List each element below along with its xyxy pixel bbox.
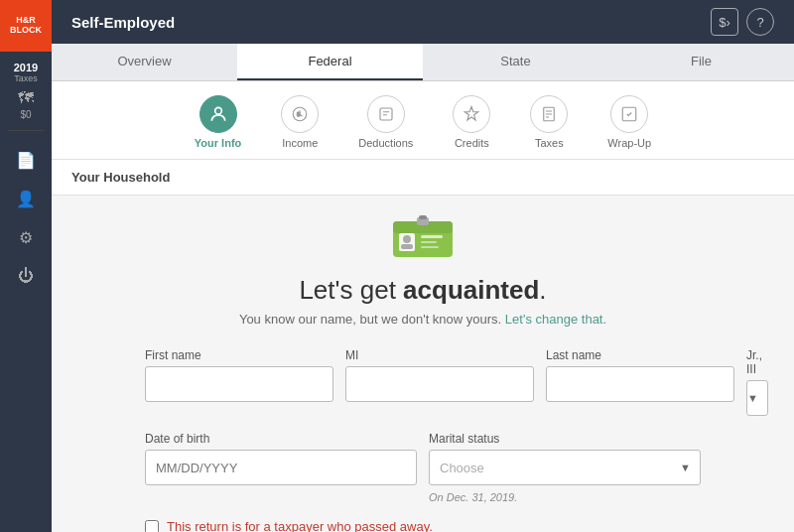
firstname-input[interactable] xyxy=(145,366,333,402)
marital-select[interactable]: Choose Single Married Filing Jointly Mar… xyxy=(429,450,701,485)
mi-input[interactable] xyxy=(345,366,534,402)
step-income[interactable]: $ Income xyxy=(281,95,319,149)
firstname-label: First name xyxy=(145,348,333,362)
person-icon[interactable]: 👤 xyxy=(16,190,36,208)
svg-rect-3 xyxy=(380,108,392,120)
document-icon[interactable]: 📄 xyxy=(16,151,36,170)
credits-label: Credits xyxy=(455,137,489,149)
deductions-icon xyxy=(367,95,405,133)
tab-federal[interactable]: Federal xyxy=(237,44,423,80)
wrap-up-label: Wrap-Up xyxy=(607,137,651,149)
taxes-icon xyxy=(530,95,568,133)
topbar-icons: $› ? xyxy=(711,8,774,36)
dollar-icon-button[interactable]: $› xyxy=(711,8,738,36)
subtext-main: You know our name, but we don't know you… xyxy=(239,312,501,327)
lastname-label: Last name xyxy=(546,348,734,362)
name-row: First name MI Last name Jr., III Choose xyxy=(145,348,701,416)
svg-rect-15 xyxy=(419,215,427,219)
marital-group: Marital status Choose Single Married Fil… xyxy=(429,432,701,503)
topbar: Self-Employed $› ? xyxy=(52,0,794,44)
tab-overview[interactable]: Overview xyxy=(52,44,237,80)
dob-marital-row: Date of birth Marital status Choose Sing… xyxy=(145,432,701,503)
headline-pre: Let's get xyxy=(299,275,403,305)
sidebar-year: 2019 xyxy=(14,62,38,73)
wrap-up-icon xyxy=(610,95,648,133)
headline-bold: acquainted xyxy=(403,275,539,305)
suffix-group: Jr., III Choose Jr. Sr. II III IV ▼ xyxy=(746,348,768,416)
help-icon-button[interactable]: ? xyxy=(746,8,774,36)
step-your-info[interactable]: Your Info xyxy=(195,95,241,149)
firstname-group: First name xyxy=(145,348,333,416)
marital-hint: On Dec. 31, 2019. xyxy=(429,491,701,503)
your-info-icon xyxy=(199,95,237,133)
your-info-label: Your Info xyxy=(195,137,241,149)
svg-rect-10 xyxy=(401,244,413,249)
sidebar-divider xyxy=(8,130,44,131)
svg-rect-12 xyxy=(421,241,437,243)
sidebar: H&RBLOCK 2019 Taxes 🗺 $0 📄 👤 ⚙ ⏻ xyxy=(0,0,52,532)
step-bar: Your Info $ Income Deductions xyxy=(52,81,794,160)
taxes-label: Taxes xyxy=(535,137,564,149)
mi-label: MI xyxy=(345,348,534,362)
tab-file[interactable]: File xyxy=(608,44,794,80)
passed-away-checkbox[interactable] xyxy=(145,520,159,533)
map-icon: 🗺 xyxy=(18,89,34,107)
headline-post: . xyxy=(539,275,546,305)
content-area: Your Household xyxy=(52,160,794,532)
gear-icon[interactable]: ⚙ xyxy=(19,228,33,247)
subtext: You know our name, but we don't know you… xyxy=(239,312,606,327)
logo-text: H&RBLOCK xyxy=(10,16,42,36)
tab-state[interactable]: State xyxy=(423,44,608,80)
income-label: Income xyxy=(282,137,318,149)
step-taxes[interactable]: Taxes xyxy=(530,95,568,149)
app-title: Self-Employed xyxy=(71,14,175,31)
marital-label: Marital status xyxy=(429,432,701,446)
suffix-select-wrapper: Choose Jr. Sr. II III IV ▼ xyxy=(746,380,768,416)
power-icon[interactable]: ⏻ xyxy=(18,267,34,285)
nav-tabs: Overview Federal State File xyxy=(52,44,794,81)
svg-point-0 xyxy=(214,107,221,114)
sidebar-taxes-label: Taxes xyxy=(14,73,38,83)
suffix-label: Jr., III xyxy=(746,348,768,376)
dob-input[interactable] xyxy=(145,450,417,485)
subtext-link[interactable]: Let's change that. xyxy=(505,312,606,327)
headline: Let's get acquainted. xyxy=(299,275,546,306)
dob-group: Date of birth xyxy=(145,432,417,503)
passed-away-row: This return is for a taxpayer who passed… xyxy=(145,519,701,532)
step-deductions[interactable]: Deductions xyxy=(358,95,413,149)
step-wrap-up[interactable]: Wrap-Up xyxy=(607,95,651,149)
lastname-input[interactable] xyxy=(546,366,734,402)
income-icon: $ xyxy=(281,95,319,133)
dob-label: Date of birth xyxy=(145,432,417,446)
breadcrumb: Your Household xyxy=(52,160,794,196)
marital-select-wrapper: Choose Single Married Filing Jointly Mar… xyxy=(429,450,701,485)
credits-icon xyxy=(453,95,490,133)
deductions-label: Deductions xyxy=(358,137,413,149)
id-card-icon xyxy=(391,215,455,263)
passed-away-label: This return is for a taxpayer who passed… xyxy=(167,519,433,532)
form-area: Let's get acquainted. You know our name,… xyxy=(52,196,794,532)
step-credits[interactable]: Credits xyxy=(453,95,490,149)
sidebar-amount: $0 xyxy=(20,109,31,120)
suffix-select[interactable]: Choose Jr. Sr. II III IV xyxy=(746,380,768,416)
mi-group: MI xyxy=(345,348,534,416)
logo: H&RBLOCK xyxy=(0,0,52,52)
svg-rect-11 xyxy=(421,235,443,238)
svg-point-9 xyxy=(403,235,411,243)
svg-rect-13 xyxy=(421,246,439,248)
lastname-group: Last name xyxy=(546,348,734,416)
main-content: Self-Employed $› ? Overview Federal Stat… xyxy=(52,0,794,532)
